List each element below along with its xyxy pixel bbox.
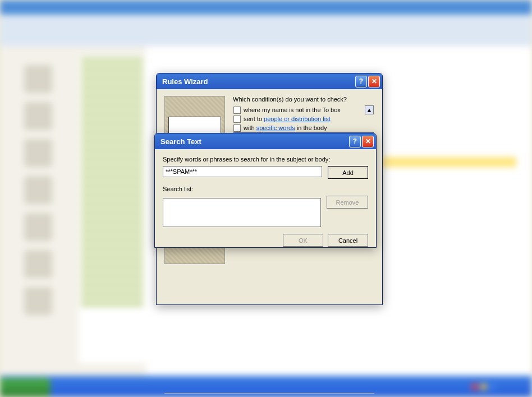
search-list-label: Search list: [163,186,368,192]
condition-checkbox[interactable] [233,116,241,123]
add-button[interactable]: Add [328,166,368,179]
help-icon[interactable]: ? [349,136,361,147]
search-list[interactable] [163,198,321,227]
wizard-question: Which condition(s) do you want to check? [233,96,374,103]
condition-checkbox[interactable] [233,124,241,132]
condition-row[interactable]: where my name is not in the To box [233,105,365,114]
search-text-title: Search Text [160,137,201,146]
condition-checkbox[interactable] [233,107,241,114]
close-icon[interactable]: ✕ [362,136,374,147]
search-text-titlebar[interactable]: Search Text ? ✕ [155,133,376,149]
remove-button[interactable]: Remove [327,196,368,209]
close-icon[interactable]: ✕ [368,76,380,87]
search-instruction: Specify words or phrases to search for i… [163,156,368,163]
search-text-dialog: Search Text ? ✕ Specify words or phrases… [154,133,377,248]
condition-row[interactable]: sent to people or distribution list [233,114,374,123]
rules-wizard-title: Rules Wizard [162,77,208,86]
ok-button[interactable]: OK [283,234,323,247]
scroll-up-icon[interactable]: ▲ [365,105,374,114]
condition-row[interactable]: with specific words in the body [233,123,374,132]
cancel-button[interactable]: Cancel [328,234,368,247]
search-phrase-input[interactable] [163,166,322,177]
condition-link[interactable]: people or distribution list [264,116,331,122]
condition-link[interactable]: specific words [256,124,295,131]
rules-wizard-titlebar[interactable]: Rules Wizard ? ✕ [157,73,382,89]
help-icon[interactable]: ? [355,76,367,87]
